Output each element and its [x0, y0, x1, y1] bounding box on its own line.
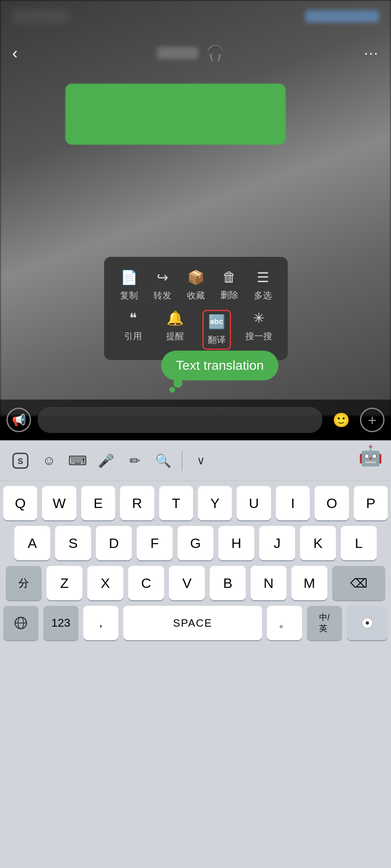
- multiselect-label: 多选: [254, 289, 272, 302]
- microphone-icon[interactable]: 🎤: [94, 448, 118, 473]
- search-icon: ✳: [253, 310, 264, 326]
- key-return[interactable]: [347, 606, 388, 640]
- key-c[interactable]: C: [128, 566, 164, 600]
- handwrite-icon[interactable]: ✏: [122, 448, 147, 473]
- keyboard-toggle-icon[interactable]: ⌨: [65, 448, 90, 473]
- translation-tooltip: Text translation: [161, 351, 278, 380]
- key-a[interactable]: A: [14, 526, 50, 560]
- collect-label: 收藏: [187, 289, 205, 302]
- more-button[interactable]: ···: [364, 44, 379, 62]
- key-p[interactable]: P: [354, 486, 388, 520]
- emoji-keyboard-icon[interactable]: ☺: [37, 448, 61, 473]
- key-z[interactable]: Z: [47, 566, 82, 600]
- key-n[interactable]: N: [251, 566, 287, 600]
- forward-icon: ↪: [157, 269, 168, 285]
- key-l[interactable]: L: [341, 526, 377, 560]
- emoji-button[interactable]: 🙂: [329, 408, 353, 432]
- translate-label: 翻译: [208, 334, 226, 346]
- key-shift-fen[interactable]: 分: [6, 566, 42, 600]
- quote-label: 引用: [124, 330, 142, 342]
- robot-badge: 🤖: [358, 444, 383, 467]
- menu-item-collect[interactable]: 📦 收藏: [182, 269, 210, 302]
- key-y[interactable]: Y: [198, 486, 232, 520]
- translation-bubble-text: Text translation: [161, 351, 278, 380]
- key-v[interactable]: V: [169, 566, 205, 600]
- key-123[interactable]: 123: [43, 606, 78, 640]
- input-bar: 📢 🙂 ＋: [0, 400, 391, 440]
- back-button[interactable]: ‹: [12, 44, 18, 62]
- menu-item-delete[interactable]: 🗑 删除: [215, 269, 244, 302]
- nav-center: 🎧: [157, 44, 224, 62]
- key-row-3: 分 Z X C V B N M ⌫: [3, 566, 388, 600]
- robot-icon: 🤖: [358, 445, 383, 466]
- keyboard-area: 🤖 S ☺ ⌨ 🎤 ✏ 🔍 ∨ Q W E R T: [0, 440, 391, 868]
- backspace-icon: ⌫: [350, 576, 367, 590]
- key-d[interactable]: D: [96, 526, 132, 560]
- keyboard-topbar: S ☺ ⌨ 🎤 ✏ 🔍 ∨: [0, 440, 391, 481]
- keys-area: Q W E R T Y U I O P A S D F G H J K L 分 …: [0, 481, 391, 640]
- copy-icon: 📄: [120, 269, 138, 285]
- key-f[interactable]: F: [137, 526, 173, 560]
- ear-icon[interactable]: 🎧: [206, 44, 224, 62]
- key-globe[interactable]: [3, 606, 38, 640]
- key-q[interactable]: Q: [3, 486, 37, 520]
- chat-message-bubble: [65, 84, 286, 145]
- key-u[interactable]: U: [237, 486, 271, 520]
- key-backspace[interactable]: ⌫: [332, 566, 385, 600]
- key-j[interactable]: J: [259, 526, 295, 560]
- chat-title: [157, 47, 198, 59]
- key-s[interactable]: S: [55, 526, 91, 560]
- status-bar: [0, 0, 391, 33]
- key-h[interactable]: H: [218, 526, 254, 560]
- key-row-1: Q W E R T Y U I O P: [3, 486, 388, 520]
- keyboard-topbar-icons: S ☺ ⌨ 🎤 ✏ 🔍 ∨: [8, 448, 383, 473]
- copy-label: 复制: [120, 289, 138, 302]
- key-x[interactable]: X: [87, 566, 123, 600]
- key-space[interactable]: SPACE: [123, 606, 262, 640]
- key-m[interactable]: M: [291, 566, 327, 600]
- menu-item-forward[interactable]: ↪ 转发: [148, 269, 177, 302]
- quote-icon: ❝: [129, 310, 137, 326]
- key-i[interactable]: I: [276, 486, 310, 520]
- key-t[interactable]: T: [159, 486, 193, 520]
- search-keyboard-icon[interactable]: 🔍: [151, 448, 176, 473]
- menu-item-quote[interactable]: ❝ 引用: [119, 310, 147, 350]
- status-signal: [305, 10, 379, 22]
- context-menu-row-2: ❝ 引用 🔔 提醒 🔤 翻译 ✳ 搜一搜: [112, 310, 280, 350]
- text-input[interactable]: [38, 407, 322, 433]
- plus-icon: ＋: [365, 411, 379, 429]
- multiselect-icon: ☰: [257, 269, 269, 285]
- remind-icon: 🔔: [167, 310, 184, 326]
- key-g[interactable]: G: [178, 526, 213, 560]
- menu-item-search[interactable]: ✳ 搜一搜: [244, 310, 273, 350]
- chevron-down-icon[interactable]: ∨: [189, 448, 213, 473]
- nav-bar: ‹ 🎧 ···: [0, 33, 391, 73]
- key-e[interactable]: E: [81, 486, 115, 520]
- key-comma[interactable]: ，: [83, 606, 118, 640]
- menu-item-translate[interactable]: 🔤 翻译: [202, 310, 231, 350]
- key-w[interactable]: W: [42, 486, 76, 520]
- menu-item-copy[interactable]: 📄 复制: [115, 269, 143, 302]
- key-b[interactable]: B: [210, 566, 246, 600]
- delete-icon: 🗑: [222, 269, 236, 285]
- key-cn-en[interactable]: 中/英: [307, 606, 342, 640]
- status-time: [12, 9, 69, 24]
- svg-point-6: [366, 621, 369, 625]
- voice-icon: 📢: [12, 413, 26, 427]
- topbar-divider: [182, 451, 182, 471]
- key-row-4: 123 ， SPACE 。 中/英: [3, 606, 388, 640]
- key-k[interactable]: K: [300, 526, 336, 560]
- forward-label: 转发: [153, 289, 171, 302]
- key-row-2: A S D F G H J K L: [3, 526, 388, 560]
- key-r[interactable]: R: [120, 486, 154, 520]
- search-label: 搜一搜: [245, 330, 272, 342]
- menu-item-multiselect[interactable]: ☰ 多选: [249, 269, 277, 302]
- voice-button[interactable]: 📢: [7, 408, 31, 432]
- key-period[interactable]: 。: [267, 606, 302, 640]
- add-button[interactable]: ＋: [360, 408, 384, 432]
- key-o[interactable]: O: [315, 486, 349, 520]
- delete-label: 删除: [220, 289, 238, 301]
- menu-item-remind[interactable]: 🔔 提醒: [161, 310, 189, 350]
- sougou-icon[interactable]: S: [8, 448, 33, 473]
- remind-label: 提醒: [166, 330, 184, 342]
